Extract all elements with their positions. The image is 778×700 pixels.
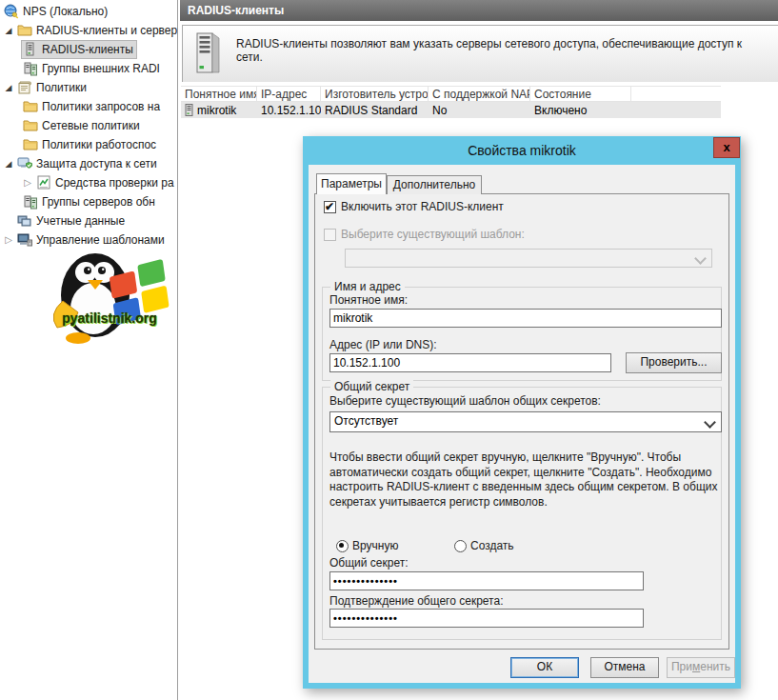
globe-key-icon — [4, 4, 20, 19]
expander-icon[interactable] — [2, 21, 15, 40]
generate-radio[interactable] — [454, 540, 467, 552]
radius-clients-list: Понятное имя IP-адрес Изготовитель устро… — [181, 86, 721, 118]
column-header-device-vendor[interactable]: Изготовитель устройства — [321, 87, 429, 101]
expander-icon[interactable] — [2, 78, 15, 97]
sidebar-item-label: RADIUS-клиенты и сервер — [36, 24, 177, 37]
tab-parameters[interactable]: Параметры — [316, 173, 387, 194]
enable-client-checkbox[interactable] — [324, 201, 336, 213]
sidebar-item-nap[interactable]: Защита доступа к сети — [0, 154, 177, 173]
sidebar-item-nps-root[interactable]: NPS (Локально) — [0, 2, 177, 21]
sidebar-item-label: Защита доступа к сети — [36, 157, 157, 170]
cell-friendly-name: mikrotik — [181, 104, 257, 117]
list-header-row: Понятное имя IP-адрес Изготовитель устро… — [181, 86, 721, 102]
chevron-down-icon — [694, 252, 707, 265]
sidebar-tree-panel: NPS (Локально) RADIUS-клиенты и сервер R… — [0, 0, 178, 700]
ok-button[interactable]: ОК — [510, 657, 579, 678]
shield-computer-icon — [17, 156, 33, 171]
secret-description: Чтобы ввести общий секрет вручную, щелкн… — [329, 450, 726, 510]
console-tree: NPS (Локально) RADIUS-клиенты и сервер R… — [0, 2, 177, 250]
expander-icon[interactable] — [2, 154, 15, 173]
cell-ip-address: 10.152.1.100 — [257, 104, 321, 117]
pyatilistnik-logo: pyatilistnik.org — [48, 244, 171, 349]
cell-status: Включено — [530, 104, 721, 117]
sidebar-item-policies[interactable]: Политики — [0, 78, 177, 97]
dialog-body: Параметры Дополнительно Включить этот RA… — [309, 165, 735, 683]
folder-icon — [23, 99, 39, 114]
dialog-title: Свойства mikrotik — [303, 136, 741, 165]
secret-template-label: Выберите существующий шаблон общих секре… — [329, 394, 601, 408]
column-header-ip-address[interactable]: IP-адрес — [257, 87, 321, 101]
confirm-secret-label: Подтверждение общего секрета: — [329, 594, 503, 608]
sidebar-item-label: Политики — [36, 81, 87, 94]
template-combobox[interactable] — [345, 249, 712, 268]
close-icon[interactable]: x — [713, 137, 740, 158]
info-panel: RADIUS-клиенты позволяют вам указать сер… — [182, 25, 778, 82]
group-title: Общий секрет — [330, 380, 413, 393]
sidebar-item-remote-radius-groups[interactable]: Группы внешних RADI — [0, 59, 177, 78]
enable-client-label: Включить этот RADIUS-клиент — [341, 200, 504, 213]
secret-template-combobox[interactable]: Отсутствует — [329, 411, 722, 432]
sidebar-item-health-validators[interactable]: Средства проверки ра — [0, 173, 177, 192]
sidebar-item-label: Группы внешних RADI — [42, 62, 160, 75]
server-icon — [23, 42, 39, 57]
manual-radio[interactable] — [336, 540, 349, 552]
sidebar-item-label: RADIUS-клиенты — [42, 43, 133, 56]
folder-icon — [17, 23, 33, 38]
nps-console-window: NPS (Локально) RADIUS-клиенты и сервер R… — [0, 0, 778, 700]
column-header-filler — [631, 87, 721, 101]
cell-device-vendor: RADIUS Standard — [321, 104, 429, 117]
confirm-secret-input[interactable] — [329, 609, 644, 628]
sidebar-item-label: Политики работоспос — [42, 138, 156, 151]
sidebar-item-health-policies[interactable]: Политики работоспос — [0, 135, 177, 154]
template-computer-icon — [17, 232, 33, 248]
sidebar-item-radius-clients[interactable]: RADIUS-клиенты — [0, 40, 177, 59]
sidebar-item-label: NPS (Локально) — [23, 5, 108, 18]
logo-text: pyatilistnik.org — [48, 310, 171, 326]
server-group-icon — [23, 194, 39, 210]
sidebar-item-label: Группы серверов обн — [42, 195, 155, 209]
sidebar-item-label: Сетевые политики — [42, 119, 140, 132]
pane-title-bar: RADIUS-клиенты — [180, 0, 778, 21]
cell-nap-capable: No — [429, 104, 530, 117]
properties-dialog: Свойства mikrotik x Параметры Дополнител… — [303, 136, 741, 689]
sidebar-item-connection-request-policies[interactable]: Политики запросов на — [0, 97, 177, 116]
sidebar-item-network-policies[interactable]: Сетевые политики — [0, 116, 177, 135]
penguin-windows-logo-image — [48, 244, 171, 349]
combobox-value: Отсутствует — [334, 414, 398, 428]
sidebar-item-remediation-server-groups[interactable]: Группы серверов обн — [0, 192, 177, 211]
folder-icon — [23, 137, 39, 152]
chevron-down-icon — [704, 416, 716, 429]
manual-radio-label: Вручную — [352, 539, 398, 552]
computers-icon — [17, 213, 33, 229]
pane-title: RADIUS-клиенты — [188, 4, 284, 17]
tab-advanced[interactable]: Дополнительно — [387, 175, 482, 194]
folder-icon — [23, 118, 39, 133]
select-template-checkbox[interactable] — [324, 229, 336, 241]
server-icon — [185, 104, 194, 116]
friendly-name-input[interactable] — [329, 309, 722, 328]
group-title: Имя и адрес — [330, 280, 405, 293]
shared-secret-label: Общий секрет: — [329, 556, 409, 570]
column-header-friendly-name[interactable]: Понятное имя — [181, 87, 257, 101]
server-group-icon — [23, 61, 39, 76]
column-header-status[interactable]: Состояние — [530, 87, 631, 101]
generate-radio-label: Создать — [470, 539, 514, 552]
sidebar-item-radius-clients-servers[interactable]: RADIUS-клиенты и сервер — [0, 21, 177, 40]
cancel-button[interactable]: Отмена — [590, 657, 659, 678]
column-header-nap-capable[interactable]: С поддержкой NAP — [429, 87, 530, 101]
server-tower-icon — [196, 31, 221, 78]
friendly-name-label: Понятное имя: — [329, 293, 408, 307]
shared-secret-input[interactable] — [329, 571, 644, 590]
chart-icon — [36, 175, 52, 190]
expander-icon[interactable] — [2, 230, 15, 250]
expander-icon[interactable] — [21, 173, 34, 192]
address-input[interactable] — [329, 353, 611, 372]
address-label: Адрес (IP или DNS): — [329, 338, 437, 351]
table-row-mikrotik[interactable]: mikrotik 10.152.1.100 RADIUS Standard No… — [181, 102, 721, 118]
sidebar-item-accounting[interactable]: Учетные данные — [0, 211, 177, 230]
scroll-icon — [17, 80, 33, 95]
pane-description: RADIUS-клиенты позволяют вам указать сер… — [236, 37, 760, 64]
verify-button[interactable]: Проверить... — [626, 352, 722, 373]
apply-button[interactable]: Применить — [667, 657, 735, 678]
sidebar-item-label: Учетные данные — [36, 214, 125, 228]
